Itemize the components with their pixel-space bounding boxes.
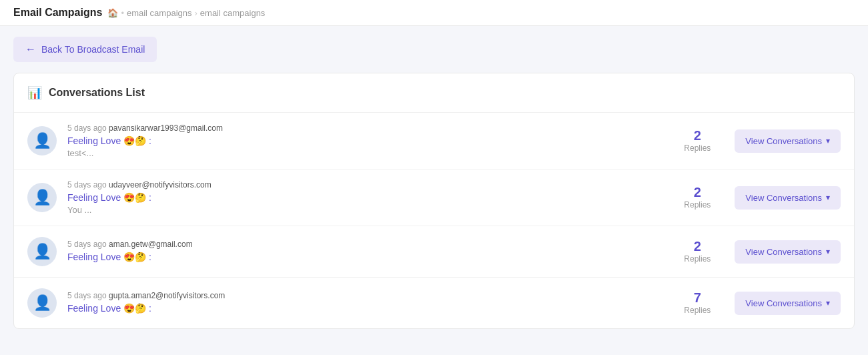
- replies-label: Replies: [671, 200, 724, 210]
- chevron-down-icon: ▾: [826, 136, 830, 145]
- email: pavansikarwar1993@gmail.com: [109, 123, 223, 133]
- user-icon: 👤: [33, 243, 51, 260]
- email: aman.getw@gmail.com: [109, 240, 193, 249]
- user-icon: 👤: [33, 132, 51, 149]
- view-conversations-label: View Conversations: [745, 136, 822, 146]
- conversation-item: 👤 5 days ago udayveer@notifyvisitors.com…: [14, 169, 854, 226]
- conversation-item: 👤 5 days ago pavansikarwar1993@gmail.com…: [14, 113, 854, 169]
- top-bar: Email Campaigns 🏠 • email campaigns › em…: [0, 0, 868, 26]
- bar-chart-icon: 📊: [27, 85, 42, 100]
- conversation-preview: You ...: [67, 205, 660, 215]
- chevron-down-icon: ▾: [826, 193, 830, 202]
- conversation-meta: 5 days ago aman.getw@gmail.com: [67, 240, 660, 249]
- conversation-meta: 5 days ago gupta.aman2@notifyvisitors.co…: [67, 291, 660, 300]
- time-ago: 5 days ago: [67, 291, 107, 300]
- conversation-info: 5 days ago pavansikarwar1993@gmail.com F…: [67, 123, 660, 158]
- back-arrow-icon: ←: [25, 43, 36, 55]
- time-ago: 5 days ago: [67, 180, 107, 190]
- replies-section: 2 Replies: [671, 186, 724, 210]
- replies-count: 2: [671, 240, 724, 253]
- replies-label: Replies: [671, 254, 724, 264]
- replies-count: 7: [671, 291, 724, 304]
- conversation-item: 👤 5 days ago aman.getw@gmail.com Feeling…: [14, 226, 854, 278]
- view-conversations-label: View Conversations: [745, 193, 822, 203]
- replies-count: 2: [671, 129, 724, 142]
- time-ago: 5 days ago: [67, 123, 107, 133]
- breadcrumb-item-1: email campaigns: [127, 8, 192, 18]
- view-conversations-button[interactable]: View Conversations ▾: [735, 292, 841, 315]
- conversation-list: 👤 5 days ago pavansikarwar1993@gmail.com…: [14, 113, 854, 328]
- user-icon: 👤: [33, 294, 51, 312]
- view-conversations-label: View Conversations: [745, 298, 822, 308]
- conversation-subject: Feeling Love 😍🤔 :: [67, 252, 660, 262]
- email: udayveer@notifyvisitors.com: [109, 180, 211, 190]
- replies-section: 7 Replies: [671, 291, 724, 315]
- chevron-down-icon: ▾: [826, 247, 830, 256]
- main-content: 📊 Conversations List 👤 5 days ago pavans…: [13, 73, 855, 329]
- avatar: 👤: [27, 237, 57, 266]
- back-button-label: Back To Broadcast Email: [41, 44, 145, 55]
- back-to-broadcast-button[interactable]: ← Back To Broadcast Email: [13, 37, 157, 62]
- replies-section: 2 Replies: [671, 240, 724, 264]
- replies-section: 2 Replies: [671, 129, 724, 153]
- avatar: 👤: [27, 288, 57, 318]
- view-conversations-button[interactable]: View Conversations ▾: [735, 186, 841, 210]
- page-title: Email Campaigns: [13, 7, 102, 19]
- conversation-info: 5 days ago aman.getw@gmail.com Feeling L…: [67, 240, 660, 264]
- conversation-info: 5 days ago udayveer@notifyvisitors.com F…: [67, 180, 660, 215]
- view-conversations-button[interactable]: View Conversations ▾: [735, 129, 841, 153]
- view-conversations-label: View Conversations: [745, 247, 822, 257]
- conversation-subject: Feeling Love 😍🤔 :: [67, 135, 660, 146]
- section-header: 📊 Conversations List: [14, 73, 854, 113]
- section-title: Conversations List: [49, 87, 145, 99]
- avatar: 👤: [27, 183, 57, 212]
- chevron-down-icon: ▾: [826, 298, 830, 308]
- conversation-meta: 5 days ago udayveer@notifyvisitors.com: [67, 180, 660, 190]
- replies-label: Replies: [671, 143, 724, 153]
- conversation-meta: 5 days ago pavansikarwar1993@gmail.com: [67, 123, 660, 133]
- back-section: ← Back To Broadcast Email: [0, 26, 868, 73]
- conversation-subject: Feeling Love 😍🤔 :: [67, 192, 660, 203]
- replies-label: Replies: [671, 306, 724, 315]
- conversation-item: 👤 5 days ago gupta.aman2@notifyvisitors.…: [14, 278, 854, 328]
- view-conversations-button[interactable]: View Conversations ▾: [735, 240, 841, 264]
- home-icon: 🏠: [107, 8, 118, 18]
- avatar: 👤: [27, 126, 57, 155]
- user-icon: 👤: [33, 189, 51, 206]
- replies-count: 2: [671, 186, 724, 199]
- email: gupta.aman2@notifyvisitors.com: [109, 291, 225, 300]
- breadcrumb-item-2: email campaigns: [200, 8, 266, 18]
- conversation-preview: test<...: [67, 148, 660, 158]
- breadcrumb: 🏠 • email campaigns › email campaigns: [107, 8, 265, 18]
- conversation-info: 5 days ago gupta.aman2@notifyvisitors.co…: [67, 291, 660, 316]
- conversation-subject: Feeling Love 😍🤔 :: [67, 303, 660, 314]
- time-ago: 5 days ago: [67, 240, 107, 249]
